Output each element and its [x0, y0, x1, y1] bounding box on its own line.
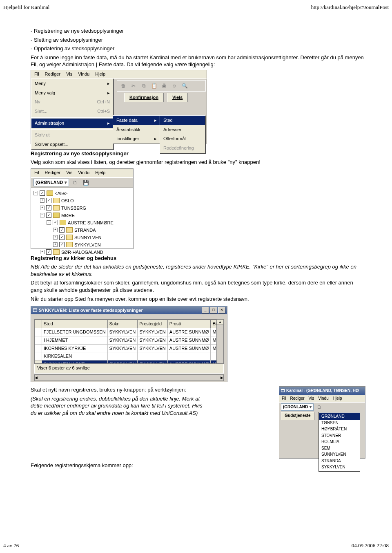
app-icon: 🗔: [281, 388, 285, 394]
fil-slett: Slett...Ctrl+S: [31, 107, 113, 116]
list-item[interactable]: SUNNYLVEN: [319, 451, 360, 458]
checkbox[interactable]: ✓: [40, 190, 45, 196]
screenshot-menu: Fil Rediger Vis Vindu Hjelp 🗑 ✂ ⧉ 📋 🖶 ☺ …: [31, 70, 207, 144]
menubar[interactable]: Fil Rediger Vis Vindu Hjelp: [31, 70, 207, 79]
sec4-text: Følgende registreringsskjema kommer opp:: [31, 462, 365, 469]
intro-para: For å kunne legge inn faste data, må du …: [31, 54, 365, 68]
bullet-1: - Registrering av nye stedsopplysninger: [31, 27, 365, 35]
tree-menubar[interactable]: Fil Rediger Vis Vindu Hjelp: [31, 169, 133, 177]
document-body: - Registrering av nye stedsopplysninger …: [31, 27, 365, 469]
toolbar: 🗑 ✂ ⧉ 📋 🖶 ☺ 🔍: [117, 80, 206, 92]
tab-row: Konfirmasjon Viels: [117, 92, 206, 103]
print-icon[interactable]: 🖶: [160, 81, 169, 90]
fd-rodedef: Rodedefinering: [160, 143, 205, 153]
menu-vis[interactable]: Vis: [66, 71, 72, 77]
fil-ny: NyCtrl+N: [31, 97, 113, 107]
fil-menyvalg[interactable]: Meny valg: [31, 88, 113, 98]
fastedata-submenu[interactable]: Sted Adresser Offerformål Rodedefinering: [160, 115, 205, 153]
cut-icon[interactable]: ✂: [129, 81, 138, 90]
gudstjeneste-button[interactable]: Gudstjeneste: [281, 412, 314, 420]
fd-sted[interactable]: Sted: [160, 116, 205, 125]
sokn-combo[interactable]: (GRØNLAND: [33, 179, 69, 186]
copy-icon[interactable]: ⧉: [139, 81, 148, 90]
hscrollbar[interactable]: ◀▶: [34, 374, 224, 381]
vscrollbar[interactable]: [216, 320, 223, 363]
expand-icon[interactable]: +: [40, 198, 45, 203]
admin-submenu[interactable]: Faste data Årsstatistikk Innstillinger: [113, 115, 160, 144]
fil-meny[interactable]: Meny: [31, 79, 113, 88]
app-icon: 🗔: [33, 307, 37, 313]
new-doc-icon[interactable]: 🗋: [315, 403, 324, 412]
window-titlebar: 🗔SYKKYLVEN: Liste over faste stedsopplys…: [31, 306, 227, 314]
list-item[interactable]: SYKKYLVEN: [319, 464, 360, 470]
header-url: http://kardinal.no/hjelp/#JournalPost: [311, 4, 389, 11]
sec3-p1: Skal et nytt navn registreres, brukes ny…: [31, 386, 206, 394]
list-item[interactable]: HØYBRÅTEN: [319, 426, 360, 432]
admin-fastedata[interactable]: Faste data: [113, 116, 160, 125]
sec1-head: Registrering av nye stedsopplysninger: [31, 150, 129, 157]
menu-hjelp[interactable]: Hjelp: [95, 71, 105, 77]
tab-vielse[interactable]: Viels: [167, 93, 188, 102]
sec2-note: NB! Alle de steder der det kan avholdes …: [31, 264, 356, 277]
close-button[interactable]: ×: [218, 307, 225, 313]
sec2-p2: Når du starter opp Sted fra menyen over,…: [31, 296, 365, 303]
table-row[interactable]: IKORNNES KYRKJESYKKYLVENSYKKYLVENAUSTRE …: [35, 344, 224, 352]
data-grid[interactable]: Sted Sokn Prestegjeld Prosti Bispe FJELL…: [34, 319, 224, 364]
bullet-3: - Oppdatering av stedsopplysninger: [31, 45, 365, 52]
list-item[interactable]: HOLMLIA: [319, 439, 360, 445]
col-sokn[interactable]: Sokn: [107, 320, 138, 328]
list-item[interactable]: STRANDA: [319, 458, 360, 464]
fd-adresser[interactable]: Adresser: [160, 125, 205, 134]
fil-dropdown[interactable]: Meny Meny valg NyCtrl+N Slett...Ctrl+S A…: [31, 78, 114, 150]
screenshot-tree: Fil Rediger Vis Vindu Hjelp (GRØNLAND 🗋 …: [31, 168, 134, 249]
page-timestamp: 04.09.2006 22:08: [352, 542, 389, 549]
status-bar: Viser 6 poster av 6 synlige: [34, 364, 224, 374]
win4-menubar[interactable]: Fil Rediger Vis Vindu Hjelp: [279, 395, 365, 402]
win4-toolbar: (GRØNLAND 🗋: [279, 402, 365, 412]
table-row[interactable]: FJELLSETER UNGDOMSSENSYKKYLVENSYKKYLVENA…: [35, 328, 224, 336]
bullet-2: - Sletting av stedsopplysninger: [31, 36, 365, 44]
tab-konfirmasjon[interactable]: Konfirmasjon: [124, 93, 164, 102]
table-row-selected[interactable]: ▶SYKKYLVEN KIRKESYKKYLVENSYKKYLVENAUSTRE…: [35, 360, 224, 364]
col-prestegjeld[interactable]: Prestegjeld: [138, 320, 168, 328]
list-item[interactable]: STOVNER: [319, 432, 360, 439]
win4-titlebar: 🗔Kardinal - (GRØNLAND, TØNSEN, HØ: [279, 387, 365, 395]
header-title: Hjelpefil for Kardinal: [3, 4, 49, 11]
trash-icon[interactable]: 🗑: [119, 81, 128, 90]
table-row[interactable]: I HJEMMETSYKKYLVENSYKKYLVENAUSTRE SUNNMØ…: [35, 336, 224, 344]
maximize-button[interactable]: □: [210, 307, 217, 313]
list-item[interactable]: GRØNLAND: [319, 413, 360, 420]
collapse-icon[interactable]: −: [33, 191, 38, 195]
paste-icon[interactable]: 📋: [149, 81, 158, 90]
screenshot-dropdown: 🗔Kardinal - (GRØNLAND, TØNSEN, HØ Fil Re…: [279, 386, 365, 459]
fil-skriveroppsett[interactable]: Skriver oppsett...: [31, 140, 113, 149]
sec2-p1: Det betyr at forsamlingslokaler som skol…: [31, 279, 365, 293]
minimize-button[interactable]: _: [202, 307, 209, 313]
new-doc-icon[interactable]: 🗋: [71, 178, 80, 187]
screenshot-list: 🗔SYKKYLVEN: Liste over faste stedsopplys…: [31, 306, 227, 382]
page-number: 4 av 76: [3, 542, 19, 549]
sokn-dropdown-list[interactable]: GRØNLAND TØNSEN HØYBRÅTEN STOVNER HOLMLI…: [318, 412, 360, 472]
fd-offerformal[interactable]: Offerformål: [160, 134, 205, 143]
fil-administrasjon[interactable]: Administrasjon: [31, 119, 113, 128]
folder-open-icon: [47, 190, 53, 196]
sec1-text: Velg sokn som skal vises i listen, og de…: [31, 159, 365, 166]
menu-fil[interactable]: Fil: [34, 71, 39, 77]
list-item[interactable]: TØNSEN: [319, 420, 360, 426]
help-icon[interactable]: ☺: [170, 81, 179, 90]
col-prosti[interactable]: Prosti: [167, 320, 211, 328]
admin-arsstat[interactable]: Årsstatistikk: [113, 125, 160, 134]
admin-innstillinger[interactable]: Innstillinger: [113, 134, 160, 143]
save-icon[interactable]: 💾: [81, 178, 90, 187]
menu-vindu[interactable]: Vindu: [78, 71, 89, 77]
sokn-combo-2[interactable]: (GRØNLAND: [281, 403, 314, 411]
sec3-p2: (Skal en registrering endres, dobbelklik…: [31, 396, 203, 416]
menu-rediger[interactable]: Rediger: [45, 71, 61, 77]
search-icon[interactable]: 🔍: [180, 81, 189, 90]
tree-view[interactable]: −✓<Alle> +✓OSLO +✓TUNSBERG −✓MØRE −✓AUST…: [31, 188, 133, 257]
folder-icon: [53, 198, 60, 203]
col-sted[interactable]: Sted: [42, 320, 108, 328]
list-item[interactable]: SEM: [319, 445, 360, 452]
tree-toolbar: (GRØNLAND 🗋 💾: [31, 177, 133, 188]
table-row[interactable]: KIRKESALEN: [35, 352, 224, 360]
